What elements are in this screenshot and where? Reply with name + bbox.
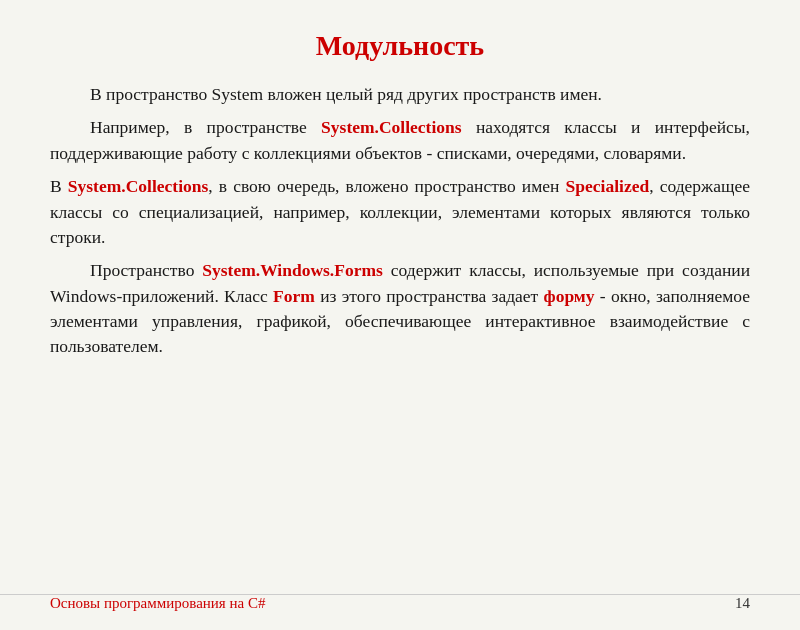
paragraph-4: Пространство System.Windows.Forms содерж…: [50, 258, 750, 360]
slide-footer: Основы программирования на C# 14: [0, 594, 800, 612]
slide-title: Модульность: [50, 30, 750, 62]
p3-text-2: , в свою очередь, вложено пространство и…: [208, 176, 565, 196]
p3-text-1: В: [50, 176, 68, 196]
slide: Модульность В пространство System вложен…: [0, 0, 800, 630]
paragraph-3: В System.Collections, в свою очередь, вл…: [50, 174, 750, 250]
system-collections-2: System.Collections: [68, 176, 208, 196]
system-windows-forms-highlight: System.Windows.Forms: [202, 260, 383, 280]
specialized-highlight: Specialized: [566, 176, 650, 196]
system-collections-1: System.Collections: [321, 117, 461, 137]
paragraph-1: В пространство System вложен целый ряд д…: [50, 82, 750, 107]
formu-highlight: форму: [544, 286, 595, 306]
slide-content: В пространство System вложен целый ряд д…: [50, 82, 750, 360]
paragraph-2: Например, в пространстве System.Collecti…: [50, 115, 750, 166]
p4-text-3: из этого пространства задает: [315, 286, 544, 306]
footer-page-number: 14: [735, 595, 750, 612]
footer-course-title: Основы программирования на C#: [50, 595, 265, 612]
p2-text-before: Например, в пространстве: [90, 117, 321, 137]
p4-text-1: Пространство: [90, 260, 202, 280]
p1-text: В пространство System вложен целый ряд д…: [90, 84, 602, 104]
form-highlight: Form: [273, 286, 315, 306]
